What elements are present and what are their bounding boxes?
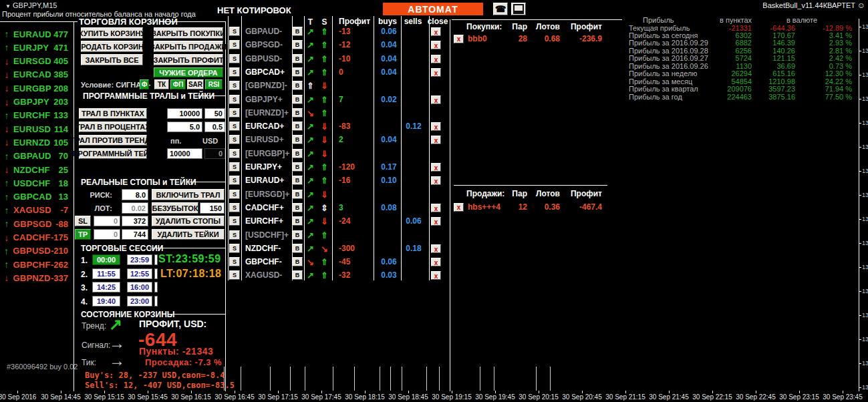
sl-field-2[interactable]: 372 bbox=[122, 216, 148, 226]
symbol-selector[interactable]: ▼ GBPJPY,M15 bbox=[5, 1, 57, 9]
sell-pair-button[interactable]: S bbox=[229, 230, 240, 240]
signal-toggle-sar[interactable]: SAR bbox=[187, 79, 204, 89]
sell-pair-button[interactable]: S bbox=[229, 190, 240, 199]
market-pair-row[interactable]: ↑ EURAUD 477 bbox=[0, 27, 72, 41]
sell-pair-button[interactable]: S bbox=[229, 95, 240, 104]
buy-pair-button[interactable]: B bbox=[292, 190, 303, 199]
buy-pair-button[interactable]: B bbox=[292, 81, 303, 90]
sell-pair-button[interactable]: S bbox=[229, 81, 240, 90]
market-pair-row[interactable]: ↑ GBPCAD 13 bbox=[0, 190, 72, 204]
signal-toggle-rsi[interactable]: RSI bbox=[205, 79, 223, 89]
sell-pair-button[interactable]: S bbox=[229, 216, 240, 226]
session-start-field[interactable]: 19:40 bbox=[92, 296, 120, 307]
program-take-value2[interactable]: 0 bbox=[204, 148, 225, 159]
buy-pair-button[interactable]: B bbox=[292, 270, 303, 280]
buy-pair-button[interactable]: B bbox=[292, 176, 303, 185]
buy-pair-button[interactable]: B bbox=[292, 230, 303, 240]
delete-stops-button[interactable]: УДАЛИТЬ СТОПЫ bbox=[152, 216, 225, 226]
close-pair-button[interactable]: x bbox=[431, 217, 441, 226]
session-spin[interactable] bbox=[154, 254, 158, 265]
market-pair-row[interactable]: ↑ EURCHF 133 bbox=[0, 109, 72, 122]
session-end-field[interactable]: 23:00 bbox=[127, 296, 152, 307]
trail-points-button[interactable]: ТРАЛ В ПУНКТАХ bbox=[79, 108, 147, 119]
foreign-orders-button[interactable]: ЧУЖИЕ ОРДЕРА bbox=[154, 67, 223, 77]
sell-pair-button[interactable]: S bbox=[229, 122, 240, 131]
market-pair-row[interactable]: ↑ EURJPY 471 bbox=[0, 41, 72, 54]
tp-field-2[interactable]: 744 bbox=[122, 229, 148, 240]
close-profit-button[interactable]: ЗАКРЫТЬ ПРОФИТ bbox=[154, 54, 223, 65]
risk-field[interactable]: 8.0 bbox=[122, 189, 148, 200]
phone-button[interactable]: ☎ bbox=[493, 3, 508, 15]
market-pair-row[interactable]: ↑ GBPSGD -88 bbox=[0, 217, 72, 230]
market-pair-row[interactable]: ↑ XAGUSD -7 bbox=[0, 204, 72, 217]
buy-pair-button[interactable]: B bbox=[292, 95, 303, 104]
buy-pair-button[interactable]: B bbox=[292, 122, 303, 131]
session-spin[interactable] bbox=[154, 282, 158, 292]
close-pair-button[interactable]: x bbox=[431, 244, 441, 253]
sell-pair-button[interactable]: S bbox=[229, 27, 240, 36]
market-pair-row[interactable]: ↓ NZDCHF 25 bbox=[0, 163, 72, 176]
sell-pair-button[interactable]: S bbox=[229, 54, 240, 63]
trail-percent-button[interactable]: ТРАЛ В ПРОЦЕНТАХ bbox=[79, 122, 147, 132]
close-order-button[interactable]: x bbox=[454, 35, 464, 43]
sell-pair-button[interactable]: S bbox=[229, 162, 240, 172]
close-pair-button[interactable]: x bbox=[431, 95, 441, 104]
sell-pair-button[interactable]: S bbox=[229, 40, 240, 49]
delete-takes-button[interactable]: УДАЛИТЬ ТЕЙКИ bbox=[152, 229, 225, 240]
close-order-button[interactable]: x bbox=[454, 203, 464, 212]
market-pair-row[interactable]: ↓ CADCHF -175 bbox=[0, 231, 72, 244]
market-pair-row[interactable]: ↓ EURUSD 114 bbox=[0, 122, 72, 136]
market-pair-row[interactable]: ↑ GBPAUD 70 bbox=[0, 150, 72, 163]
buy-pair-button[interactable]: B bbox=[292, 244, 303, 253]
tp-button[interactable]: TP bbox=[75, 229, 91, 240]
sell-pair-button[interactable]: S bbox=[229, 108, 240, 118]
buy-pair-button[interactable]: B bbox=[292, 162, 303, 172]
session-end-field[interactable]: 16:00 bbox=[127, 282, 152, 292]
sl-button[interactable]: SL bbox=[75, 216, 91, 226]
program-take-button[interactable]: ПРОГРАММНЫЙ ТЕЙК bbox=[79, 148, 147, 159]
trail-percent-value1[interactable]: 5.0 bbox=[167, 122, 202, 132]
session-spin[interactable] bbox=[154, 268, 158, 279]
sell-pair-button[interactable]: S bbox=[229, 257, 240, 266]
close-pair-button[interactable]: x bbox=[431, 271, 441, 280]
enable-trail-button[interactable]: ВКЛЮЧИТЬ ТРАЛ bbox=[152, 189, 225, 200]
sell-pair-button[interactable]: S bbox=[229, 203, 240, 212]
close-pair-button[interactable]: x bbox=[431, 68, 441, 77]
breakeven-field[interactable]: 150 bbox=[200, 202, 225, 214]
close-pair-button[interactable]: x bbox=[431, 27, 441, 36]
buy-pair-button[interactable]: B bbox=[292, 67, 303, 77]
session-start-field[interactable]: 00:00 bbox=[92, 254, 120, 265]
close-pair-button[interactable]: x bbox=[431, 136, 441, 144]
buy-pair-button[interactable]: B bbox=[292, 257, 303, 266]
market-pair-row[interactable]: ↓ GBPJPY 203 bbox=[0, 95, 72, 109]
close-pair-button[interactable]: x bbox=[431, 122, 441, 131]
sell-pair-button[interactable]: S bbox=[229, 135, 240, 144]
sl-field-1[interactable]: 0 bbox=[94, 216, 120, 226]
market-pair-row[interactable]: ↑ GBPCHF -262 bbox=[0, 258, 72, 271]
session-end-field[interactable]: 12:55 bbox=[127, 268, 152, 279]
buy-pair-button[interactable]: B bbox=[292, 149, 303, 158]
program-take-value1[interactable]: 10000 bbox=[167, 148, 202, 159]
close-all-button[interactable]: ЗАКРЫТЬ ВСЕ bbox=[81, 54, 143, 65]
signal-toggle-тк[interactable]: ТК bbox=[154, 79, 169, 89]
sell-pair-button[interactable]: S bbox=[229, 67, 240, 77]
trail-points-value1[interactable]: 10000 bbox=[167, 108, 202, 119]
sell-pair-button[interactable]: S bbox=[229, 149, 240, 158]
market-pair-row[interactable]: ↓ EURGBP 208 bbox=[0, 81, 72, 95]
market-pair-row[interactable]: ↓ EURSGD 405 bbox=[0, 55, 72, 68]
close-buys-button[interactable]: ЗАКРЫТЬ ПОКУПКИ bbox=[154, 27, 223, 39]
buy-pair-button[interactable]: B bbox=[292, 216, 303, 226]
buy-pair-button[interactable]: B bbox=[292, 54, 303, 63]
signal-toggle-ф[interactable]: Ф bbox=[140, 79, 149, 89]
lot-field[interactable]: 0.02 bbox=[122, 202, 148, 214]
sell-pair-button[interactable]: S bbox=[229, 176, 240, 185]
trail-counter-button[interactable]: ТРАЛ ПРОТИВ ТРЕНДА bbox=[79, 135, 147, 146]
market-pair-row[interactable]: ↓ GBPNZD -337 bbox=[0, 271, 72, 284]
buy-pair-button[interactable]: B bbox=[292, 40, 303, 49]
market-pair-row[interactable]: ↑ GBPUSD -210 bbox=[0, 244, 72, 258]
tp-field-1[interactable]: 0 bbox=[94, 229, 120, 240]
session-start-field[interactable]: 11:55 bbox=[92, 268, 120, 279]
market-pair-row[interactable]: ↑ USDCHF 18 bbox=[0, 176, 72, 190]
laptop-button[interactable] bbox=[511, 3, 526, 15]
signal-toggle-фп[interactable]: ФП bbox=[170, 79, 186, 89]
